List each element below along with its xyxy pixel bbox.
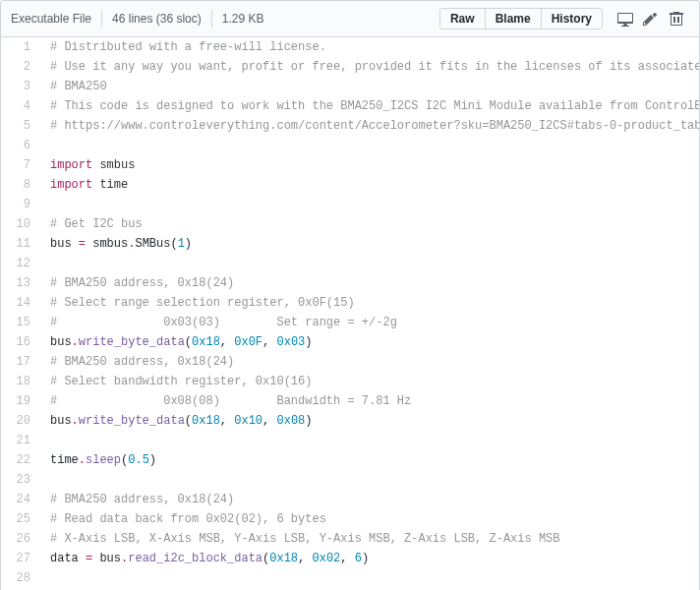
- code-line: 13# BMA250 address, 0x18(24): [1, 273, 700, 293]
- line-number[interactable]: 17: [1, 352, 40, 372]
- file-mode: Executable File: [11, 12, 91, 26]
- line-number[interactable]: 19: [1, 391, 40, 411]
- code-line: 28: [1, 568, 700, 588]
- line-number[interactable]: 18: [1, 372, 40, 391]
- line-content: # 0x08(08) Bandwidth = 7.81 Hz: [40, 391, 700, 411]
- code-line: 7import smbus: [1, 155, 700, 175]
- raw-button[interactable]: Raw: [440, 9, 485, 29]
- trash-icon[interactable]: [664, 6, 689, 31]
- code-line: 24# BMA250 address, 0x18(24): [1, 490, 700, 509]
- line-content: [40, 431, 700, 450]
- line-number[interactable]: 2: [1, 57, 40, 77]
- line-content: [40, 568, 700, 588]
- line-content: time.sleep(0.5): [40, 450, 700, 470]
- line-number[interactable]: 14: [1, 293, 40, 313]
- divider: [211, 10, 212, 28]
- line-number[interactable]: 4: [1, 96, 40, 116]
- line-number[interactable]: 3: [1, 77, 40, 96]
- line-content: # Distributed with a free-will license.: [40, 37, 700, 57]
- file-actions: Raw Blame History: [439, 6, 689, 31]
- line-content: [40, 254, 700, 273]
- line-content: # This code is designed to work with the…: [40, 96, 700, 116]
- line-content: import smbus: [40, 155, 700, 175]
- code-line: 17# BMA250 address, 0x18(24): [1, 352, 700, 372]
- code-line: 16bus.write_byte_data(0x18, 0x0F, 0x03): [1, 332, 700, 352]
- code-line: 6: [1, 136, 700, 155]
- code-line: 9: [1, 195, 700, 214]
- line-number[interactable]: 13: [1, 273, 40, 293]
- code-table: 1# Distributed with a free-will license.…: [1, 37, 700, 590]
- code-line: 10# Get I2C bus: [1, 214, 700, 234]
- desktop-icon[interactable]: [612, 6, 638, 31]
- line-number[interactable]: 5: [1, 116, 40, 136]
- code-line: 19# 0x08(08) Bandwidth = 7.81 Hz: [1, 391, 700, 411]
- line-number[interactable]: 11: [1, 234, 40, 254]
- line-number[interactable]: 21: [1, 431, 40, 450]
- line-number[interactable]: 7: [1, 155, 40, 175]
- file-header: Executable File 46 lines (36 sloc) 1.29 …: [0, 0, 700, 37]
- line-content: bus.write_byte_data(0x18, 0x0F, 0x03): [40, 332, 700, 352]
- code-line: 8import time: [1, 175, 700, 195]
- line-number[interactable]: 16: [1, 332, 40, 352]
- code-line: 20bus.write_byte_data(0x18, 0x10, 0x08): [1, 411, 700, 431]
- file-info: Executable File 46 lines (36 sloc) 1.29 …: [11, 10, 263, 28]
- line-content: bus.write_byte_data(0x18, 0x10, 0x08): [40, 411, 700, 431]
- line-content: # X-Axis LSB, X-Axis MSB, Y-Axis LSB, Y-…: [40, 529, 700, 549]
- code-line: 15# 0x03(03) Set range = +/-2g: [1, 313, 700, 332]
- line-content: # Select range selection register, 0x0F(…: [40, 293, 700, 313]
- code-line: 14# Select range selection register, 0x0…: [1, 293, 700, 313]
- line-content: bus = smbus.SMBus(1): [40, 234, 700, 254]
- code-line: 4# This code is designed to work with th…: [1, 96, 700, 116]
- line-number[interactable]: 8: [1, 175, 40, 195]
- code-line: 5# https://www.controleverything.com/con…: [1, 116, 700, 136]
- history-button[interactable]: History: [541, 9, 602, 29]
- line-content: [40, 195, 700, 214]
- line-content: # Use it any way you want, profit or fre…: [40, 57, 700, 77]
- code-line: 3# BMA250: [1, 77, 700, 96]
- line-number[interactable]: 20: [1, 411, 40, 431]
- line-number[interactable]: 12: [1, 254, 40, 273]
- code-viewer: 1# Distributed with a free-will license.…: [0, 37, 700, 590]
- line-content: # 0x03(03) Set range = +/-2g: [40, 313, 700, 332]
- line-number[interactable]: 15: [1, 313, 40, 332]
- line-number[interactable]: 24: [1, 490, 40, 509]
- pencil-icon[interactable]: [638, 6, 664, 31]
- code-line: 11bus = smbus.SMBus(1): [1, 234, 700, 254]
- code-line: 1# Distributed with a free-will license.: [1, 37, 700, 57]
- line-number[interactable]: 26: [1, 529, 40, 549]
- line-number[interactable]: 23: [1, 470, 40, 490]
- file-lines: 46 lines (36 sloc): [112, 12, 202, 26]
- line-content: # Get I2C bus: [40, 214, 700, 234]
- line-content: # BMA250 address, 0x18(24): [40, 490, 700, 509]
- code-line: 25# Read data back from 0x02(02), 6 byte…: [1, 509, 700, 529]
- line-number[interactable]: 9: [1, 195, 40, 214]
- line-content: [40, 136, 700, 155]
- line-number[interactable]: 28: [1, 568, 40, 588]
- line-content: # Read data back from 0x02(02), 6 bytes: [40, 509, 700, 529]
- line-number[interactable]: 27: [1, 549, 40, 568]
- code-line: 23: [1, 470, 700, 490]
- line-content: [40, 470, 700, 490]
- code-line: 27data = bus.read_i2c_block_data(0x18, 0…: [1, 549, 700, 568]
- line-number[interactable]: 6: [1, 136, 40, 155]
- line-content: # BMA250: [40, 77, 700, 96]
- code-line: 2# Use it any way you want, profit or fr…: [1, 57, 700, 77]
- line-content: # BMA250 address, 0x18(24): [40, 352, 700, 372]
- line-content: # BMA250 address, 0x18(24): [40, 273, 700, 293]
- file-size: 1.29 KB: [222, 12, 264, 26]
- line-content: # https://www.controleverything.com/cont…: [40, 116, 700, 136]
- blame-button[interactable]: Blame: [485, 9, 541, 29]
- line-number[interactable]: 1: [1, 37, 40, 57]
- code-line: 18# Select bandwidth register, 0x10(16): [1, 372, 700, 391]
- line-content: # Select bandwidth register, 0x10(16): [40, 372, 700, 391]
- code-line: 21: [1, 431, 700, 450]
- button-group: Raw Blame History: [439, 8, 603, 30]
- code-line: 26# X-Axis LSB, X-Axis MSB, Y-Axis LSB, …: [1, 529, 700, 549]
- code-line: 22time.sleep(0.5): [1, 450, 700, 470]
- line-number[interactable]: 22: [1, 450, 40, 470]
- code-line: 12: [1, 254, 700, 273]
- divider: [101, 10, 102, 28]
- line-number[interactable]: 10: [1, 214, 40, 234]
- line-content: data = bus.read_i2c_block_data(0x18, 0x0…: [40, 549, 700, 568]
- line-number[interactable]: 25: [1, 509, 40, 529]
